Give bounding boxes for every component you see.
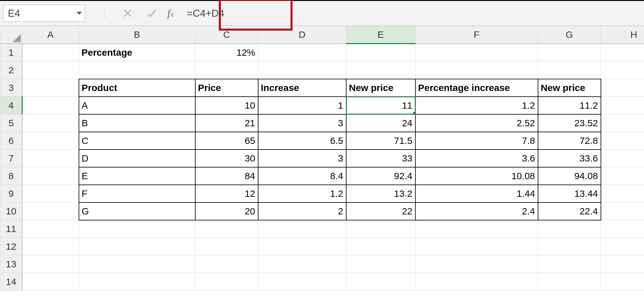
cell[interactable]: New price [538,79,601,97]
cell[interactable] [346,220,415,238]
cell[interactable]: 1 [258,97,346,114]
cell[interactable] [538,61,601,79]
cell[interactable] [415,238,538,255]
cell[interactable]: 94.08 [538,167,601,185]
cell[interactable] [415,44,538,61]
row[interactable]: 14 [0,273,644,291]
cell[interactable] [195,273,258,291]
cell[interactable]: 10 [195,97,258,114]
cell[interactable] [346,61,415,79]
cell[interactable]: 7.8 [415,132,538,150]
row-header[interactable]: 1 [0,44,22,61]
cell[interactable] [258,220,346,238]
cell[interactable]: E [79,167,195,185]
cell[interactable]: 1.2 [415,97,538,114]
cell[interactable] [346,255,415,273]
cell[interactable]: 30 [195,150,258,167]
cell[interactable] [22,97,79,114]
spreadsheet[interactable]: A B C D E F G H 1 Percentage 12% [0,26,644,307]
cell[interactable] [601,97,644,114]
cell[interactable]: 72.8 [538,132,601,150]
cell[interactable] [22,150,79,167]
row[interactable]: 6 C 65 6.5 71.5 7.8 72.8 [0,132,644,150]
row[interactable]: 10 G 20 2 22 2.4 22.4 [0,202,644,220]
cell[interactable] [601,44,644,61]
fx-icon[interactable]: fx [167,7,174,19]
row[interactable]: 9 F 12 1.2 13.2 1.44 13.44 [0,185,644,202]
cell[interactable] [346,273,415,291]
row-header[interactable]: 9 [0,185,22,202]
name-box[interactable]: E4 [3,5,85,22]
row[interactable]: 13 [0,255,644,273]
cell[interactable] [258,255,346,273]
cell[interactable]: 1.44 [415,185,538,202]
cell[interactable] [601,114,644,132]
select-all-button[interactable] [0,26,22,44]
chevron-down-icon[interactable] [76,12,82,15]
row-header[interactable]: 4 [0,97,22,114]
col-header[interactable]: B [79,26,195,44]
grid[interactable]: A B C D E F G H 1 Percentage 12% [0,26,644,291]
cell[interactable] [22,273,79,291]
cell[interactable]: F [79,185,195,202]
cell[interactable] [601,79,644,97]
cell[interactable] [538,273,601,291]
cell[interactable]: 2 [258,202,346,220]
cell[interactable] [79,61,195,79]
cell[interactable] [601,238,644,255]
cell[interactable]: G [79,202,195,220]
cell[interactable] [79,238,195,255]
row[interactable]: 2 [0,61,644,79]
cell[interactable] [195,255,258,273]
cell[interactable] [415,255,538,273]
cell[interactable]: 10.08 [415,167,538,185]
cell[interactable] [415,220,538,238]
cell[interactable]: Percentage increase [415,79,538,97]
cell[interactable] [22,167,79,185]
cell[interactable] [22,185,79,202]
formula-input[interactable]: =C4+D4 [182,6,245,21]
cell[interactable]: Product [79,79,195,97]
cell[interactable]: 6.5 [258,132,346,150]
enter-icon[interactable] [145,6,158,20]
row[interactable]: 3 Product Price Increase New price Perce… [0,79,644,97]
cell[interactable]: 2.4 [415,202,538,220]
row-header[interactable]: 10 [0,202,22,220]
row-header[interactable]: 6 [0,132,22,150]
cancel-icon[interactable] [121,6,135,20]
cell[interactable]: 23.52 [538,114,601,132]
cell[interactable] [79,273,195,291]
cell[interactable]: 13.44 [538,185,601,202]
cell[interactable]: 3.6 [415,150,538,167]
cell[interactable] [346,44,415,61]
cell[interactable] [601,132,644,150]
cell[interactable] [601,167,644,185]
cell[interactable]: 2.52 [415,114,538,132]
row[interactable]: 8 E 84 8.4 92.4 10.08 94.08 [0,167,644,185]
cell[interactable]: C [79,132,195,150]
row-header[interactable]: 2 [0,61,22,79]
cell[interactable] [79,255,195,273]
cell[interactable]: A [79,97,195,114]
row-header[interactable]: 13 [0,255,22,273]
cell[interactable]: 92.4 [346,167,415,185]
cell[interactable]: 33 [346,150,415,167]
cell[interactable] [22,202,79,220]
row-header[interactable]: 11 [0,220,22,238]
row[interactable]: 1 Percentage 12% [0,44,644,61]
cell[interactable] [538,220,601,238]
cell[interactable]: New price [346,79,415,97]
row[interactable]: 7 D 30 3 33 3.6 33.6 [0,150,644,167]
col-header[interactable]: G [538,26,601,44]
cell[interactable]: 21 [195,114,258,132]
cell[interactable]: 24 [346,114,415,132]
cell[interactable]: 13.2 [346,185,415,202]
cell[interactable]: 33.6 [538,150,601,167]
cell[interactable] [538,255,601,273]
cell[interactable]: 12 [195,185,258,202]
col-header[interactable]: H [601,26,644,44]
cell[interactable]: 1.2 [258,185,346,202]
row-header[interactable]: 12 [0,238,22,255]
cell[interactable]: 12% [195,44,258,61]
cell[interactable] [601,255,644,273]
